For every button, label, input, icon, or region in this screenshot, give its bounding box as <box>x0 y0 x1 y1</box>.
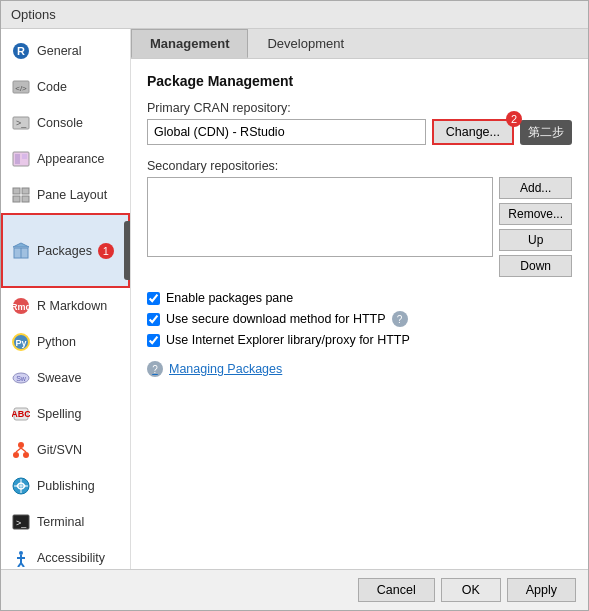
python-icon: Py <box>11 332 31 352</box>
ie-proxy-label: Use Internet Explorer library/proxy for … <box>166 333 410 347</box>
sidebar-item-packages-label: Packages <box>37 244 92 258</box>
svg-line-29 <box>21 448 26 452</box>
sidebar-item-publishing-label: Publishing <box>37 479 95 493</box>
remove-button[interactable]: Remove... <box>499 203 572 225</box>
secure-download-label: Use secure download method for HTTP <box>166 312 386 326</box>
content-area: Package Management Primary CRAN reposito… <box>131 59 588 569</box>
sidebar-item-publishing[interactable]: Publishing <box>1 468 130 504</box>
sidebar-item-appearance-label: Appearance <box>37 152 104 166</box>
sidebar-item-accessibility[interactable]: Accessibility <box>1 540 130 569</box>
secondary-label: Secondary repositories: <box>147 159 572 173</box>
sidebar-item-spelling[interactable]: ABC Spelling <box>1 396 130 432</box>
change-button[interactable]: Change... <box>432 119 514 145</box>
svg-text:</>: </> <box>15 84 27 93</box>
sidebar-item-python[interactable]: Py Python <box>1 324 130 360</box>
checkbox-ie-proxy: Use Internet Explorer library/proxy for … <box>147 333 572 347</box>
add-button[interactable]: Add... <box>499 177 572 199</box>
sidebar-item-python-label: Python <box>37 335 76 349</box>
svg-marker-14 <box>13 243 29 247</box>
r-markdown-icon: Rmd <box>11 296 31 316</box>
checkbox-secure-download: Use secure download method for HTTP ? <box>147 311 572 327</box>
sidebar-item-r-markdown[interactable]: Rmd R Markdown <box>1 288 130 324</box>
change-step-badge: 2 <box>506 111 522 127</box>
svg-text:Sw: Sw <box>16 375 27 382</box>
svg-text:ABC: ABC <box>12 409 30 419</box>
sidebar-item-packages[interactable]: Packages 1 第一步 <box>1 213 130 288</box>
sidebar-item-console-label: Console <box>37 116 83 130</box>
sidebar-item-terminal-label: Terminal <box>37 515 84 529</box>
svg-line-39 <box>21 563 24 567</box>
sidebar-item-pane-layout[interactable]: Pane Layout <box>1 177 130 213</box>
svg-rect-12 <box>22 196 29 202</box>
sidebar-item-console[interactable]: >_ Console <box>1 105 130 141</box>
sidebar-item-git-svn[interactable]: Git/SVN <box>1 432 130 468</box>
sidebar-item-sweave[interactable]: Sw Sweave <box>1 360 130 396</box>
packages-step-badge: 1 <box>98 243 114 259</box>
code-icon: </> <box>11 77 31 97</box>
r-logo-icon: R <box>11 41 31 61</box>
console-icon: >_ <box>11 113 31 133</box>
svg-rect-11 <box>13 196 20 202</box>
sidebar-item-code[interactable]: </> Code <box>1 69 130 105</box>
apply-button[interactable]: Apply <box>507 578 576 602</box>
enable-pane-checkbox[interactable] <box>147 292 160 305</box>
sidebar-item-git-svn-label: Git/SVN <box>37 443 82 457</box>
svg-text:>_: >_ <box>16 118 27 128</box>
appearance-icon <box>11 149 31 169</box>
secondary-row: Add... Remove... Up Down <box>147 177 572 277</box>
svg-point-26 <box>13 452 19 458</box>
step1-tooltip: 第一步 <box>124 221 131 280</box>
packages-icon <box>11 241 31 261</box>
tab-development[interactable]: Development <box>248 29 363 58</box>
sidebar-item-general[interactable]: R General <box>1 33 130 69</box>
svg-text:Py: Py <box>15 338 26 348</box>
main-content: Management Development Package Managemen… <box>131 29 588 569</box>
secure-download-checkbox[interactable] <box>147 313 160 326</box>
svg-text:Rmd: Rmd <box>12 302 30 312</box>
svg-point-27 <box>23 452 29 458</box>
secure-download-help-icon[interactable]: ? <box>392 311 408 327</box>
dialog-title: Options <box>1 1 588 29</box>
accessibility-icon <box>11 548 31 568</box>
cran-row: Change... 2 第二步 <box>147 119 572 145</box>
options-dialog: Options R General </> Code >_ <box>0 0 589 611</box>
svg-text:>_: >_ <box>16 518 27 528</box>
sidebar: R General </> Code >_ Console <box>1 29 131 569</box>
svg-rect-10 <box>22 188 29 194</box>
secondary-buttons: Add... Remove... Up Down <box>499 177 572 277</box>
svg-rect-9 <box>13 188 20 194</box>
sidebar-item-code-label: Code <box>37 80 67 94</box>
pane-layout-icon <box>11 185 31 205</box>
cran-input[interactable] <box>147 119 426 145</box>
tabs: Management Development <box>131 29 588 59</box>
svg-rect-7 <box>15 154 20 164</box>
sidebar-item-accessibility-label: Accessibility <box>37 551 105 565</box>
checkbox-enable-pane: Enable packages pane <box>147 291 572 305</box>
cancel-button[interactable]: Cancel <box>358 578 435 602</box>
secondary-textarea[interactable] <box>147 177 493 257</box>
svg-rect-8 <box>22 154 27 159</box>
tab-management[interactable]: Management <box>131 29 248 58</box>
sidebar-item-spelling-label: Spelling <box>37 407 81 421</box>
svg-point-25 <box>18 442 24 448</box>
sidebar-item-appearance[interactable]: Appearance <box>1 141 130 177</box>
step2-tooltip: 第二步 <box>520 120 572 145</box>
down-button[interactable]: Down <box>499 255 572 277</box>
sidebar-item-sweave-label: Sweave <box>37 371 81 385</box>
dialog-footer: Cancel OK Apply <box>1 569 588 610</box>
sidebar-item-general-label: General <box>37 44 81 58</box>
terminal-icon: >_ <box>11 512 31 532</box>
section-title: Package Management <box>147 73 572 89</box>
managing-packages-link[interactable]: ? Managing Packages <box>147 361 572 377</box>
sidebar-item-terminal[interactable]: >_ Terminal <box>1 504 130 540</box>
spelling-icon: ABC <box>11 404 31 424</box>
git-svn-icon <box>11 440 31 460</box>
sidebar-item-r-markdown-label: R Markdown <box>37 299 107 313</box>
managing-help-icon: ? <box>147 361 163 377</box>
ok-button[interactable]: OK <box>441 578 501 602</box>
svg-text:R: R <box>17 45 25 57</box>
ie-proxy-checkbox[interactable] <box>147 334 160 347</box>
svg-line-28 <box>16 448 21 452</box>
publishing-icon <box>11 476 31 496</box>
up-button[interactable]: Up <box>499 229 572 251</box>
